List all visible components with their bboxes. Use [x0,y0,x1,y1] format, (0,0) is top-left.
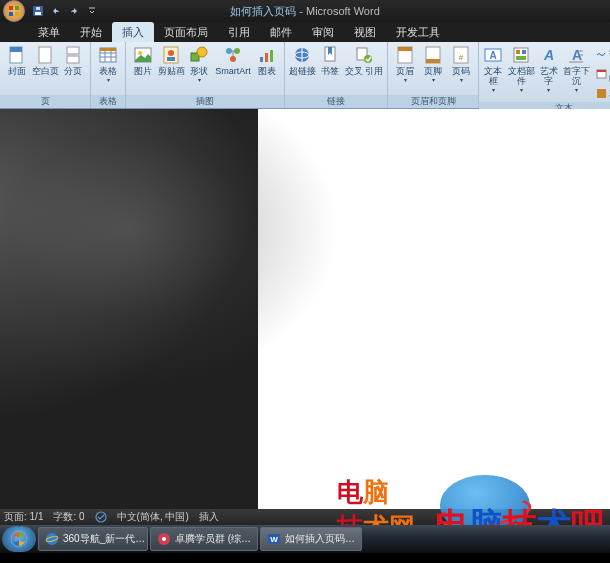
svg-rect-2 [9,12,13,16]
taskbar-item-app2[interactable]: 卓腾学员群 (综… [150,527,258,551]
group-label: 插图 [126,95,284,108]
status-proof-icon[interactable] [95,511,107,523]
page-break-label: 分页 [64,66,82,76]
page-break-button[interactable]: 分页 [59,44,87,76]
svg-text:W: W [270,535,278,544]
bookmark-button[interactable]: 书签 [316,44,344,76]
tab-邮件[interactable]: 邮件 [260,22,302,42]
clipart-icon [161,45,181,65]
group-label: 链接 [285,95,387,108]
cover-page-button[interactable]: 封面 [3,44,31,76]
quick-parts-label: 文档部件 [505,66,538,86]
text-box-button[interactable]: A文本框▾ [482,44,505,93]
tab-页面布局[interactable]: 页面布局 [154,22,218,42]
table-button[interactable]: 表格▾ [94,44,122,83]
save-icon[interactable] [31,4,45,18]
text-box-label: 文本框 [482,66,505,86]
word-art-button[interactable]: A艺术字▾ [537,44,560,93]
svg-rect-17 [100,48,116,51]
tab-视图[interactable]: 视图 [344,22,386,42]
table-icon [98,45,118,65]
taskbar-item-ie[interactable]: 360导航_新一代… [38,527,148,551]
svg-point-64 [162,537,166,541]
app2-icon [157,532,171,546]
status-mode[interactable]: 插入 [199,510,219,524]
svg-rect-30 [260,57,263,62]
blank-page-button[interactable]: 空白页 [31,44,59,76]
drop-cap-label: 首字下沉 [560,66,593,86]
chevron-down-icon: ▾ [198,76,201,83]
app-name: Microsoft Word [306,5,380,17]
svg-rect-6 [36,7,40,10]
wordart-icon: A [539,45,559,65]
hyperlink-button[interactable]: 超链接 [288,44,316,76]
quick-parts-button[interactable]: 文档部件▾ [505,44,538,93]
tab-审阅[interactable]: 审阅 [302,22,344,42]
chevron-down-icon: ▾ [432,76,435,83]
svg-text:#: # [459,53,464,62]
picture-button[interactable]: 图片 [129,44,157,76]
signature-button[interactable]: 签名行 [596,46,610,59]
svg-rect-22 [167,57,175,61]
redo-icon[interactable] [67,4,81,18]
svg-rect-3 [15,12,19,16]
smartart-icon [223,45,243,65]
cross-ref-button[interactable]: 交叉 引用 [344,44,384,76]
smartart-label: SmartArt [215,66,251,76]
svg-rect-10 [67,47,79,54]
blank-page-label: 空白页 [32,66,59,76]
status-language[interactable]: 中文(简体, 中国) [117,510,189,524]
tab-开始[interactable]: 开始 [70,22,112,42]
svg-rect-48 [516,50,520,54]
tab-菜单[interactable]: 菜单 [28,22,70,42]
svg-text:A: A [490,50,497,61]
svg-rect-0 [9,6,13,10]
chart-icon [257,45,277,65]
chevron-down-icon: ▾ [575,86,578,93]
group-label: 页 [0,95,90,108]
page-number-button[interactable]: #页码▾ [447,44,475,83]
window-title: 如何插入页码 - Microsoft Word [230,4,380,19]
shapes-button[interactable]: 形状▾ [185,44,213,83]
shapes-label: 形状 [190,66,208,76]
group-链接: 超链接书签交叉 引用链接 [285,42,388,108]
svg-rect-58 [597,89,606,98]
chart-label: 图表 [258,66,276,76]
smartart-button[interactable]: SmartArt [213,44,253,76]
office-button[interactable] [3,0,25,22]
hyperlink-label: 超链接 [289,66,316,76]
header-button[interactable]: 页眉▾ [391,44,419,83]
header-icon [395,45,415,65]
object-button[interactable]: 对象 [596,87,610,100]
shapes-icon [189,45,209,65]
chart-button[interactable]: 图表 [253,44,281,76]
svg-point-19 [138,51,142,55]
clipart-button[interactable]: 剪贴画 [157,44,185,76]
status-page[interactable]: 页面: 1/1 [4,510,43,524]
footer-button[interactable]: 页脚▾ [419,44,447,83]
taskbar-item-word[interactable]: W如何插入页码… [260,527,362,551]
qat-dropdown-icon[interactable] [85,4,99,18]
bookmark-icon [320,45,340,65]
svg-rect-57 [597,70,606,72]
title-bar: 如何插入页码 - Microsoft Word [0,0,610,22]
footer-icon [423,45,443,65]
undo-icon[interactable] [49,4,63,18]
start-button[interactable] [2,526,36,552]
svg-rect-31 [265,53,268,62]
svg-point-24 [197,47,207,57]
page-white-icon [35,45,55,65]
status-words[interactable]: 字数: 0 [53,510,84,524]
drop-cap-button[interactable]: A首字下沉▾ [560,44,593,93]
svg-point-21 [168,50,174,56]
date-time-button[interactable]: 日期和时间 [596,60,610,86]
footer-label: 页脚 [424,66,442,76]
svg-rect-9 [39,47,51,63]
cover-page-label: 封面 [8,66,26,76]
tab-引用[interactable]: 引用 [218,22,260,42]
tab-开发工具[interactable]: 开发工具 [386,22,450,42]
tab-插入[interactable]: 插入 [112,22,154,42]
word-icon: W [267,532,281,546]
group-label: 页眉和页脚 [388,95,478,108]
group-表格: 表格▾表格 [91,42,126,108]
